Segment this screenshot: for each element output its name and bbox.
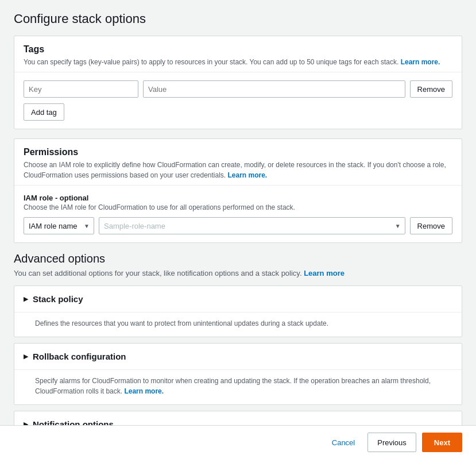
- tags-header: Tags You can specify tags (key-value pai…: [14, 36, 462, 72]
- iam-remove-button[interactable]: Remove: [410, 217, 452, 234]
- add-tag-button[interactable]: Add tag: [24, 103, 64, 121]
- permissions-description: Choose an IAM role to explicitly define …: [24, 160, 452, 180]
- stack-policy-title: Stack policy: [33, 294, 83, 304]
- advanced-options-title: Advanced options: [14, 252, 462, 265]
- next-button[interactable]: Next: [422, 433, 462, 452]
- permissions-section: Permissions Choose an IAM role to explic…: [14, 138, 462, 243]
- advanced-options-desc: You can set additional options for your …: [14, 269, 462, 277]
- permissions-body: IAM role - optional Choose the IAM role …: [14, 186, 462, 242]
- stack-policy-body: Defines the resources that you want to p…: [14, 312, 462, 337]
- rollback-config-arrow-icon: ▶: [24, 353, 28, 360]
- tags-body: Remove Add tag: [14, 72, 462, 129]
- rollback-config-card: ▶ Rollback configuration Specify alarms …: [14, 343, 462, 405]
- permissions-learn-more-link[interactable]: Learn more.: [228, 171, 268, 179]
- tags-section: Tags You can specify tags (key-value pai…: [14, 36, 462, 129]
- previous-button[interactable]: Previous: [367, 433, 416, 452]
- iam-role-name-wrapper: Sample-role-name ▼: [99, 217, 405, 234]
- rollback-config-body: Specify alarms for CloudFormation to mon…: [14, 369, 462, 404]
- stack-policy-header[interactable]: ▶ Stack policy: [14, 286, 462, 312]
- permissions-title: Permissions: [24, 147, 452, 157]
- page-title: Configure stack options: [14, 11, 462, 26]
- stack-policy-card: ▶ Stack policy Defines the resources tha…: [14, 286, 462, 337]
- iam-row: IAM role name ▼ Sample-role-name ▼ Remov…: [24, 217, 452, 234]
- iam-role-name-select[interactable]: Sample-role-name: [99, 217, 405, 234]
- rollback-learn-more-link[interactable]: Learn more.: [124, 387, 164, 395]
- iam-role-type-wrapper: IAM role name ▼: [24, 217, 94, 234]
- rollback-config-header[interactable]: ▶ Rollback configuration: [14, 344, 462, 369]
- permissions-header: Permissions Choose an IAM role to explic…: [14, 139, 462, 186]
- advanced-options-learn-more-link[interactable]: Learn more: [304, 269, 345, 277]
- tag-row: Remove: [24, 80, 452, 98]
- stack-policy-arrow-icon: ▶: [24, 295, 28, 303]
- tags-title: Tags: [24, 44, 452, 55]
- iam-role-desc: Choose the IAM role for CloudFormation t…: [24, 203, 452, 211]
- iam-role-type-select[interactable]: IAM role name: [24, 217, 94, 234]
- footer: Cancel Previous Next: [0, 425, 476, 459]
- tag-remove-button[interactable]: Remove: [410, 80, 452, 98]
- iam-role-label: IAM role - optional: [24, 194, 452, 202]
- tags-description: You can specify tags (key-value pairs) t…: [24, 57, 452, 67]
- rollback-config-title: Rollback configuration: [33, 352, 126, 361]
- tags-learn-more-link[interactable]: Learn more.: [401, 58, 440, 66]
- stack-policy-desc: Defines the resources that you want to p…: [35, 313, 452, 329]
- tag-key-input[interactable]: [24, 80, 138, 98]
- tag-value-input[interactable]: [143, 80, 405, 98]
- rollback-config-desc: Specify alarms for CloudFormation to mon…: [35, 370, 452, 396]
- cancel-button[interactable]: Cancel: [325, 435, 362, 450]
